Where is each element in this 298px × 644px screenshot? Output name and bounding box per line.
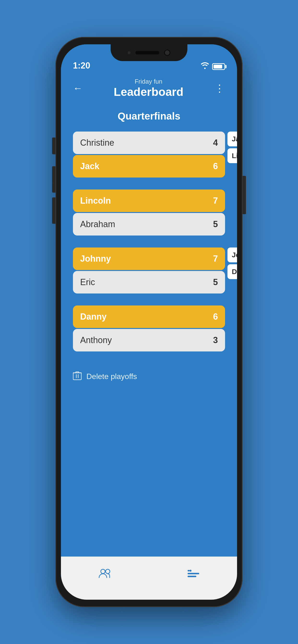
- header-title-area: Friday fun Leaderboard: [83, 78, 215, 98]
- player-score-johnny: 7: [213, 254, 218, 264]
- bracket-group-2: Lincoln 7 Abraham 5: [73, 190, 225, 236]
- back-button[interactable]: ←: [73, 83, 83, 94]
- delete-playoffs-label: Delete playoffs: [86, 372, 137, 381]
- app-content: Quarterfinals Christine 4 Jack 6 Jack Li…: [61, 106, 237, 556]
- player-name-eric: Eric: [80, 277, 95, 287]
- player-name-johnny: Johnny: [80, 254, 111, 264]
- player-score-danny: 6: [213, 312, 218, 322]
- player-row-johnny: Johnny 7: [73, 248, 225, 270]
- status-icons: [201, 62, 225, 71]
- player-score-abraham: 5: [213, 219, 218, 229]
- svg-rect-3: [188, 570, 190, 572]
- player-name-lincoln: Lincoln: [80, 196, 111, 206]
- svg-point-1: [101, 569, 105, 574]
- nav-leaderboard-button[interactable]: [173, 566, 214, 584]
- battery-icon: [212, 63, 225, 70]
- player-row-lincoln: Lincoln 7: [73, 190, 225, 212]
- teams-icon: [99, 568, 112, 581]
- player-score-christine: 4: [213, 138, 218, 148]
- player-row-abraham: Abraham 5: [73, 213, 225, 236]
- section-title: Quarterfinals: [73, 110, 225, 122]
- svg-point-6: [190, 570, 192, 572]
- player-row-anthony: Anthony 3: [73, 329, 225, 352]
- mute-button: [52, 138, 55, 154]
- app-header: ← Friday fun Leaderboard ⋮: [61, 73, 237, 106]
- leaderboard-icon: [187, 568, 200, 581]
- side-card-jack: Jack: [227, 132, 237, 146]
- player-name-danny: Danny: [80, 312, 106, 322]
- battery-fill: [214, 65, 222, 68]
- player-name-jack: Jack: [80, 161, 99, 171]
- more-options-button[interactable]: ⋮: [215, 82, 225, 94]
- svg-rect-0: [73, 373, 81, 380]
- side-card-linc: Linc: [227, 148, 237, 163]
- player-row-christine: Christine 4: [73, 132, 225, 154]
- notch-camera: [164, 50, 170, 56]
- trash-icon: [73, 371, 82, 382]
- svg-rect-4: [188, 573, 199, 574]
- side-cards-1: Jack Linc: [227, 132, 237, 163]
- player-row-jack: Jack 6: [73, 155, 225, 178]
- bracket-group-4: Danny 6 Anthony 3: [73, 306, 225, 352]
- status-bar: 1:20: [61, 44, 237, 73]
- player-name-anthony: Anthony: [80, 335, 112, 345]
- player-score-eric: 5: [213, 277, 218, 287]
- wifi-icon: [201, 62, 209, 71]
- header-subtitle: Friday fun: [83, 78, 215, 85]
- svg-point-2: [106, 569, 110, 574]
- player-row-eric: Eric 5: [73, 271, 225, 294]
- phone-device: 1:20 ← Friday fun Leaderboard: [55, 37, 243, 607]
- svg-rect-5: [188, 576, 196, 577]
- bracket-group-3: Johnny 7 Eric 5 John Dan: [73, 248, 225, 294]
- notch: [111, 44, 187, 61]
- nav-teams-button[interactable]: [84, 566, 126, 584]
- player-row-danny: Danny 6: [73, 306, 225, 328]
- side-cards-3: John Dan: [227, 248, 237, 279]
- phone-screen: 1:20 ← Friday fun Leaderboard: [61, 44, 237, 600]
- status-time: 1:20: [73, 60, 90, 71]
- player-score-anthony: 3: [213, 335, 218, 345]
- player-score-jack: 6: [213, 161, 218, 171]
- delete-playoffs-button[interactable]: Delete playoffs: [73, 364, 225, 387]
- player-score-lincoln: 7: [213, 196, 218, 206]
- bracket-group-1: Christine 4 Jack 6 Jack Linc: [73, 132, 225, 178]
- volume-up-button: [52, 166, 55, 192]
- notch-dot: [128, 51, 130, 54]
- power-button: [243, 176, 246, 214]
- notch-speaker: [135, 51, 159, 54]
- player-name-christine: Christine: [80, 138, 114, 148]
- volume-down-button: [52, 198, 55, 224]
- bottom-navigation: [61, 556, 237, 600]
- side-card-dan: Dan: [227, 264, 237, 279]
- player-name-abraham: Abraham: [80, 219, 115, 229]
- header-title: Leaderboard: [83, 85, 215, 98]
- side-card-john: John: [227, 248, 237, 262]
